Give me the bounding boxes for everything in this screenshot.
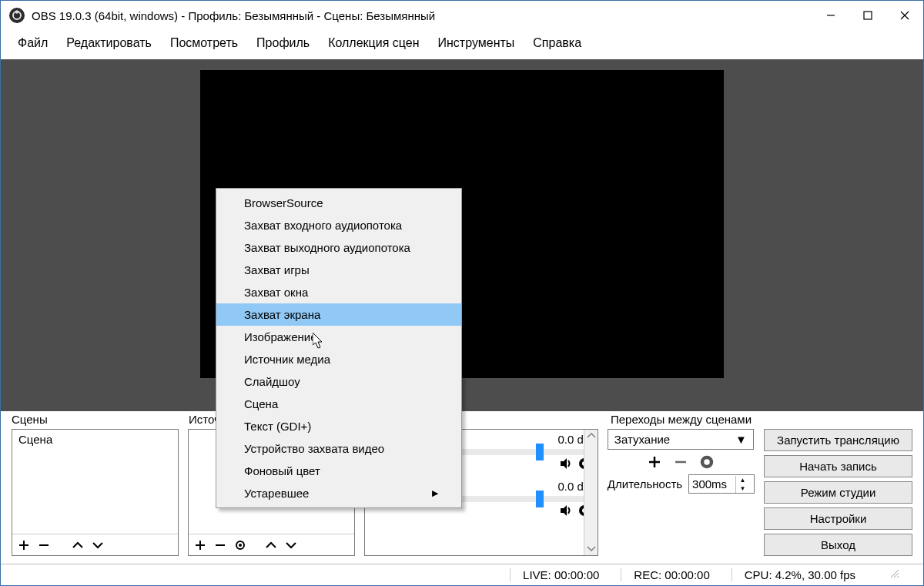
mixer-channel-1-slider[interactable] [536, 444, 544, 460]
menu-edit[interactable]: Редактировать [57, 33, 161, 53]
mixer-scrollbar[interactable] [584, 430, 598, 555]
transition-duration-spinner[interactable]: ▲ ▼ [688, 474, 755, 494]
context-menu-item[interactable]: Слайдшоу [216, 370, 461, 393]
app-window: OBS 19.0.3 (64bit, windows) - Профиль: Б… [0, 0, 924, 586]
svg-point-25 [705, 460, 709, 464]
context-menu-item-label: Захват выходного аудиопотока [244, 241, 410, 254]
main-buttons: Запустить трансляцию Начать запись Режим… [764, 429, 912, 556]
start-streaming-button[interactable]: Запустить трансляцию [764, 429, 912, 451]
transition-select-value: Затухание [614, 433, 670, 446]
move-source-up-button[interactable] [264, 538, 278, 552]
menu-help[interactable]: Справка [524, 33, 591, 53]
context-menu-item[interactable]: Захват входного аудиопотока [216, 214, 461, 236]
menu-scene-collection[interactable]: Коллекция сцен [319, 33, 428, 53]
chevron-down-icon: ▼ [735, 433, 747, 446]
svg-point-0 [9, 8, 25, 23]
titlebar: OBS 19.0.3 (64bit, windows) - Профиль: Б… [1, 1, 923, 30]
add-source-button[interactable] [193, 538, 207, 552]
exit-button[interactable]: Выход [764, 534, 912, 556]
context-menu-item[interactable]: Текст (GDI+) [216, 415, 461, 437]
context-menu-item-label: Захват игры [244, 263, 310, 276]
statusbar: LIVE: 00:00:00 REC: 00:00:00 CPU: 4.2%, … [1, 564, 923, 585]
source-properties-button[interactable] [233, 538, 247, 552]
scenes-label: Сцены [12, 413, 179, 426]
context-menu-item-label: Текст (GDI+) [244, 420, 311, 433]
svg-point-2 [15, 10, 18, 13]
panel-labels: Сцены Источники Переходы между сценами [1, 411, 923, 429]
status-cpu: CPU: 4.2%, 30.00 fps [732, 568, 855, 581]
resize-grip[interactable] [877, 568, 900, 581]
context-menu-item[interactable]: Захват окна [216, 281, 461, 303]
context-menu-item-label: Источник медиа [244, 353, 330, 366]
mixer-channel-2-slider[interactable] [536, 491, 544, 507]
context-menu-item-label: BrowserSource [244, 196, 323, 209]
add-transition-button[interactable] [647, 454, 662, 470]
context-menu-item-label: Устаревшее [244, 487, 309, 500]
close-button[interactable] [886, 3, 923, 28]
menubar: Файл Редактировать Посмотреть Профиль Ко… [1, 30, 923, 59]
context-menu-item-label: Сцена [244, 397, 278, 410]
maximize-button[interactable] [849, 3, 886, 28]
studio-mode-button[interactable]: Режим студии [764, 481, 912, 504]
remove-scene-button[interactable] [37, 538, 51, 552]
remove-transition-button[interactable] [673, 454, 688, 470]
remove-source-button[interactable] [213, 538, 227, 552]
panels-row: Сцена [1, 429, 923, 564]
transition-duration-label: Длительность [608, 477, 682, 491]
context-menu-item[interactable]: Сцена [216, 393, 461, 415]
sources-toolbar [189, 534, 354, 555]
scenes-list[interactable]: Сцена [12, 430, 178, 534]
transition-duration-input[interactable] [689, 475, 735, 493]
context-menu-item-label: Захват входного аудиопотока [244, 219, 402, 232]
context-menu-item-label: Устройство захвата видео [244, 442, 384, 455]
svg-marker-15 [561, 458, 567, 469]
context-menu-item[interactable]: BrowserSource [216, 192, 461, 214]
context-menu-item-label: Захват окна [244, 286, 308, 299]
svg-marker-18 [561, 505, 567, 516]
transitions-label: Переходы между сценами [611, 413, 757, 426]
move-scene-down-button[interactable] [91, 538, 105, 552]
context-menu-item-label: Фоновый цвет [244, 464, 320, 477]
context-menu-item[interactable]: Захват игры [216, 259, 461, 281]
scene-item[interactable]: Сцена [12, 430, 178, 449]
menu-file[interactable]: Файл [8, 33, 57, 53]
transition-buttons [608, 454, 755, 470]
svg-line-28 [897, 576, 899, 578]
minimize-button[interactable] [812, 3, 849, 28]
context-menu-item-label: Слайдшоу [244, 375, 300, 388]
menu-tools[interactable]: Инструменты [429, 33, 524, 53]
context-menu-item[interactable]: Источник медиа [216, 348, 461, 370]
speaker-icon[interactable] [559, 457, 573, 470]
context-menu-item[interactable]: Устройство захвата видео [216, 437, 461, 460]
context-menu-item[interactable]: Захват экрана [216, 303, 461, 326]
scenes-toolbar [12, 534, 178, 555]
context-menu-item[interactable]: Изображение [216, 326, 461, 348]
cursor-icon [313, 333, 325, 352]
context-menu-item[interactable]: Устаревшее▶ [216, 482, 461, 504]
svg-rect-4 [864, 12, 872, 19]
preview-area [1, 59, 923, 411]
status-live: LIVE: 00:00:00 [510, 568, 599, 581]
spinner-up-icon[interactable]: ▲ [736, 476, 749, 484]
status-rec: REC: 00:00:00 [621, 568, 709, 581]
transition-select[interactable]: Затухание ▼ [608, 429, 754, 450]
spinner-down-icon[interactable]: ▼ [736, 484, 749, 493]
menu-view[interactable]: Посмотреть [161, 33, 247, 53]
add-scene-button[interactable] [17, 538, 31, 552]
context-menu-item-label: Захват экрана [244, 308, 320, 321]
window-title: OBS 19.0.3 (64bit, windows) - Профиль: Б… [32, 9, 812, 22]
context-menu-item[interactable]: Фоновый цвет [216, 460, 461, 482]
svg-point-14 [239, 544, 242, 547]
transition-duration-row: Длительность ▲ ▼ [608, 474, 755, 494]
move-scene-up-button[interactable] [71, 538, 85, 552]
submenu-arrow-icon: ▶ [432, 488, 438, 498]
settings-button[interactable]: Настройки [764, 507, 912, 530]
menu-profile[interactable]: Профиль [247, 33, 319, 53]
transition-properties-button[interactable] [699, 454, 715, 470]
svg-marker-29 [313, 333, 322, 348]
speaker-icon[interactable] [559, 504, 573, 517]
move-source-down-button[interactable] [284, 538, 298, 552]
context-menu-item[interactable]: Захват выходного аудиопотока [216, 236, 461, 259]
add-source-context-menu: BrowserSourceЗахват входного аудиопотока… [216, 188, 462, 508]
start-recording-button[interactable]: Начать запись [764, 455, 912, 477]
